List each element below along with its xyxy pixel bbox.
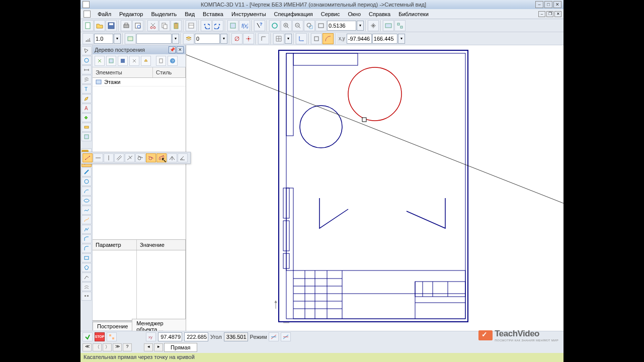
zoom-out-button[interactable]	[292, 20, 303, 31]
menu-window[interactable]: Окно	[344, 10, 365, 18]
menu-help[interactable]: Справка	[365, 10, 394, 18]
tool-line[interactable]	[82, 167, 92, 176]
menu-edit[interactable]: Редактор	[115, 10, 147, 18]
grid-dropdown[interactable]: ▾	[285, 34, 292, 44]
tool-geometry[interactable]	[82, 56, 92, 65]
variables-button[interactable]: f(x)	[239, 20, 250, 31]
open-button[interactable]	[94, 20, 105, 31]
tree-new-button[interactable]	[95, 56, 105, 66]
auxline-bisector[interactable]	[167, 153, 177, 162]
scroll-right[interactable]: ▸	[154, 343, 163, 351]
bottom-x-input[interactable]	[158, 332, 182, 341]
tree-delete-button[interactable]	[129, 56, 139, 66]
show-all-button[interactable]	[383, 20, 394, 31]
zoom-fit-button[interactable]	[315, 20, 327, 31]
tool-chamfer[interactable]	[82, 234, 92, 243]
tool-dimension[interactable]	[82, 65, 92, 74]
nav-next[interactable]: 〉	[103, 343, 112, 351]
snap-toggle-button[interactable]	[231, 33, 243, 44]
menu-spec[interactable]: Спецификация	[270, 10, 317, 18]
cut-button[interactable]	[147, 20, 158, 31]
tool-bezier[interactable]	[82, 215, 92, 224]
coord-dropdown[interactable]: ▾	[398, 34, 405, 44]
tool-fillet[interactable]	[82, 244, 92, 253]
mdi-minimize-button[interactable]: –	[538, 11, 545, 17]
menu-insert[interactable]: Вставка	[199, 10, 227, 18]
pin-button[interactable]: 📌	[169, 46, 176, 53]
coord-y-input[interactable]	[372, 34, 397, 44]
auxline-horizontal[interactable]	[93, 153, 103, 162]
local-cs-button[interactable]	[296, 33, 307, 44]
stop-button[interactable]: STOP	[95, 332, 105, 341]
maximize-button[interactable]: □	[544, 1, 552, 8]
minimize-button[interactable]: –	[535, 1, 543, 8]
ortho-draw-button[interactable]	[311, 33, 322, 44]
tool-ellipse[interactable]	[82, 196, 92, 205]
mode-button[interactable]	[107, 332, 117, 341]
pan-button[interactable]	[368, 20, 379, 31]
auxline-tangent-outer[interactable]	[135, 153, 145, 162]
xy-toggle[interactable]: xy	[146, 332, 156, 341]
auxline-angle[interactable]	[178, 153, 188, 162]
tool-polygon[interactable]	[82, 263, 92, 272]
tree-help-button[interactable]: ?	[168, 56, 178, 66]
auxline-two-points[interactable]	[83, 153, 93, 162]
nav-first[interactable]: ≪	[83, 343, 92, 351]
tool-hatch[interactable]	[82, 75, 92, 84]
mode-opt1-button[interactable]	[269, 332, 279, 341]
bottom-y-input[interactable]	[184, 332, 208, 341]
panel-close-button[interactable]: ✕	[177, 46, 184, 53]
zoom-in-button[interactable]	[281, 20, 292, 31]
auxline-parallel[interactable]	[114, 153, 124, 162]
step-dropdown[interactable]: ▾	[114, 34, 121, 44]
mdi-restore-button[interactable]: ❐	[546, 11, 553, 17]
tab-build[interactable]: Построение	[93, 322, 132, 330]
tool-edit[interactable]	[82, 94, 92, 103]
tool-param[interactable]	[82, 113, 92, 122]
mdi-close-button[interactable]: ✕	[554, 11, 561, 17]
show-frame-button[interactable]	[394, 20, 406, 31]
tree-doc-button[interactable]	[156, 56, 166, 66]
menu-service[interactable]: Сервис	[317, 10, 344, 18]
menu-tools[interactable]: Инструменты	[227, 10, 270, 18]
redo-button[interactable]	[212, 20, 223, 31]
tool-text[interactable]: T	[82, 84, 92, 94]
context-help-button[interactable]: ?	[254, 20, 265, 31]
tool-circle[interactable]	[82, 177, 92, 186]
tool-a[interactable]: A	[82, 104, 92, 113]
step-input[interactable]	[94, 34, 113, 44]
tool-arc[interactable]	[82, 187, 92, 196]
doc-tab[interactable]: Прямая	[164, 343, 197, 352]
view-input[interactable]	[136, 34, 172, 44]
grid-button[interactable]	[273, 33, 284, 44]
layer-dropdown[interactable]: ▾	[220, 34, 227, 44]
menu-libraries[interactable]: Библиотеки	[394, 10, 433, 18]
save-button[interactable]	[106, 20, 117, 31]
nav-last[interactable]: ≫	[113, 343, 122, 351]
layers-button[interactable]	[183, 33, 194, 44]
tool-rectangle[interactable]	[82, 253, 92, 262]
print-button[interactable]	[121, 20, 132, 31]
undo-button[interactable]	[201, 20, 212, 31]
close-button[interactable]: ✕	[553, 1, 561, 8]
manager-button[interactable]	[227, 20, 238, 31]
tool-spec[interactable]	[82, 132, 92, 141]
snap-step-button[interactable]	[83, 33, 94, 44]
nav-help[interactable]: ?	[123, 343, 132, 351]
tool-select[interactable]	[82, 46, 92, 55]
refresh-button[interactable]	[269, 20, 280, 31]
auxline-perpendicular[interactable]	[125, 153, 135, 162]
tree-save-button[interactable]	[118, 56, 128, 66]
scroll-left[interactable]: ◂	[144, 343, 153, 351]
tree-page-button[interactable]	[106, 56, 116, 66]
menu-view[interactable]: Вид	[181, 10, 199, 18]
zoom-window-button[interactable]	[304, 20, 315, 31]
zoom-input[interactable]	[327, 21, 356, 31]
current-view-button[interactable]	[125, 33, 136, 44]
auxline-tangent-two[interactable]	[156, 153, 167, 162]
properties-button[interactable]	[186, 20, 197, 31]
menu-select[interactable]: Выделить	[147, 10, 181, 18]
round-button[interactable]	[323, 33, 334, 44]
tool-polyline[interactable]	[82, 225, 92, 234]
paste-button[interactable]	[171, 20, 182, 31]
